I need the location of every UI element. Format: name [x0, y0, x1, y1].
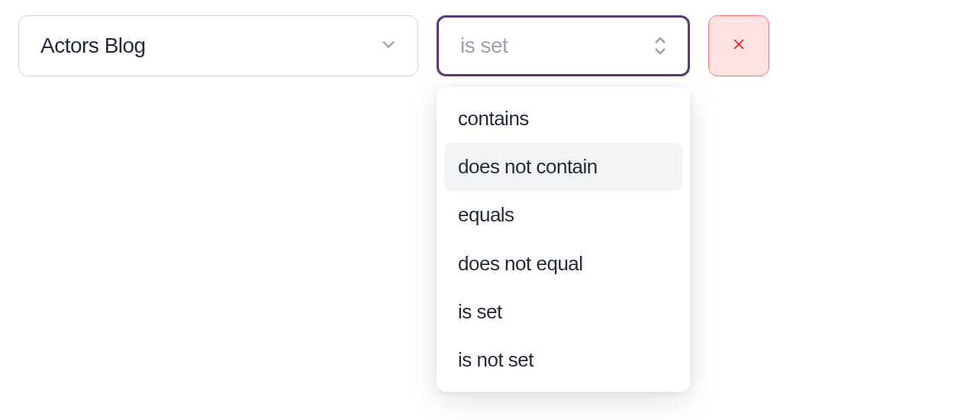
- condition-dropdown-menu: contains does not contain equals does no…: [437, 87, 690, 392]
- filter-row: Actors Blog is set contains does not con…: [18, 15, 962, 76]
- chevrons-up-down-icon: [651, 35, 669, 57]
- dropdown-option-does-not-contain[interactable]: does not contain: [444, 143, 682, 191]
- field-select-value: Actors Blog: [40, 34, 146, 58]
- dropdown-option-contains[interactable]: contains: [444, 95, 682, 143]
- dropdown-option-is-set[interactable]: is set: [444, 288, 682, 336]
- dropdown-option-equals[interactable]: equals: [444, 191, 682, 239]
- delete-filter-button[interactable]: [708, 15, 769, 76]
- field-select[interactable]: Actors Blog: [18, 15, 418, 76]
- condition-select-placeholder: is set: [460, 34, 508, 58]
- chevron-down-icon: [378, 34, 399, 58]
- condition-select-wrapper: is set contains does not contain equals …: [437, 15, 690, 76]
- close-icon: [731, 37, 746, 55]
- dropdown-option-is-not-set[interactable]: is not set: [444, 336, 682, 384]
- dropdown-option-does-not-equal[interactable]: does not equal: [444, 240, 682, 288]
- condition-select[interactable]: is set: [437, 15, 690, 76]
